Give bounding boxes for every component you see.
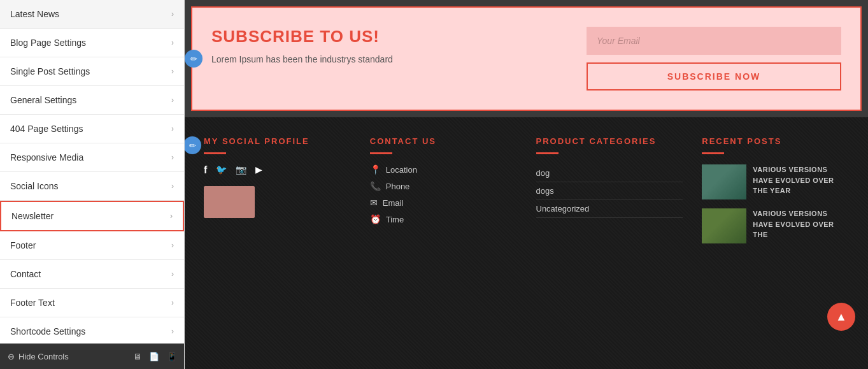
- newsletter-left: SUBSCRIBE TO US! Lorem Ipsum has been th…: [211, 27, 561, 64]
- content-area: ✏ SUBSCRIBE TO US! Lorem Ipsum has been …: [185, 0, 868, 369]
- pencil-icon: ✏: [190, 54, 197, 64]
- sidebar-item-blog-page-settings[interactable]: Blog Page Settings ›: [0, 29, 184, 57]
- newsletter-section: ✏ SUBSCRIBE TO US! Lorem Ipsum has been …: [191, 6, 862, 111]
- footer-pencil-icon: ✏: [189, 141, 196, 150]
- newsletter-edit-icon[interactable]: ✏: [185, 50, 203, 68]
- sidebar: Latest News › Blog Page Settings › Singl…: [0, 0, 185, 369]
- social-divider: [204, 152, 226, 154]
- footer-edit-icon[interactable]: ✏: [185, 136, 201, 154]
- recent-post-text: VARIOUS VERSIONS HAVE EVOLVED OVER THE Y…: [753, 164, 849, 196]
- social-profile-title: MY SOCIAL PROFILE: [204, 136, 351, 146]
- sidebar-item-latest-news[interactable]: Latest News ›: [0, 0, 184, 29]
- sidebar-item-label: 404 Page Settings: [10, 124, 83, 134]
- sidebar-item-newsletter[interactable]: Newsletter ›: [0, 201, 184, 231]
- recent-posts-list: VARIOUS VERSIONS HAVE EVOLVED OVER THE Y…: [702, 164, 849, 243]
- recent-post-thumbnail: [702, 208, 746, 243]
- chevron-icon: ›: [171, 327, 174, 336]
- contact-label: Email: [383, 198, 404, 208]
- contact-item-email: ✉ Email: [370, 198, 517, 208]
- contact-item-phone: 📞 Phone: [370, 181, 517, 191]
- contact-items: 📍 Location 📞 Phone ✉ Email ⏰ Time: [370, 164, 517, 224]
- product-list: dogdogsUncategorized: [536, 164, 683, 218]
- contact-icon-time: ⏰: [370, 214, 381, 224]
- tw-icon[interactable]: 🐦: [216, 164, 227, 176]
- chevron-icon: ›: [171, 298, 174, 307]
- chevron-icon: ›: [171, 153, 174, 162]
- newsletter-title: SUBSCRIBE TO US!: [211, 27, 561, 47]
- arrow-up-icon: ▲: [836, 310, 847, 324]
- social-icons-display: f 🐦 📷 ▶: [204, 164, 351, 176]
- contact-label: Phone: [386, 182, 410, 191]
- tablet-icon[interactable]: 📄: [149, 352, 159, 361]
- sidebar-item-shortcode-settings[interactable]: Shortcode Settings ›: [0, 317, 184, 346]
- subscribe-button[interactable]: SUBSCRIBE NOW: [587, 62, 841, 90]
- newsletter-description: Lorem Ipsum has been the industrys stand…: [211, 54, 561, 64]
- yt-icon[interactable]: ▶: [255, 164, 262, 176]
- product-list-item[interactable]: dog: [536, 164, 683, 182]
- sidebar-item-single-post-settings[interactable]: Single Post Settings ›: [0, 57, 184, 86]
- sidebar-item-general-settings[interactable]: General Settings ›: [0, 86, 184, 115]
- view-icons: 🖥 📄 📱: [133, 352, 177, 361]
- sidebar-item-label: Contact: [10, 269, 41, 279]
- contact-icon-location: 📍: [370, 164, 381, 175]
- hide-icon: ⊖: [8, 352, 15, 361]
- sidebar-item-label: Blog Page Settings: [10, 38, 86, 48]
- chevron-icon: ›: [171, 96, 174, 105]
- product-list-item[interactable]: dogs: [536, 182, 683, 200]
- contact-icon-email: ✉: [370, 198, 378, 208]
- newsletter-right: SUBSCRIBE NOW: [587, 27, 841, 90]
- sidebar-item-label: Shortcode Settings: [10, 326, 85, 336]
- contact-icon-phone: 📞: [370, 181, 381, 191]
- sidebar-item-label: General Settings: [10, 95, 76, 105]
- desktop-icon[interactable]: 🖥: [133, 352, 141, 361]
- products-divider: [536, 152, 559, 154]
- controls-bar: ⊖ Hide Controls 🖥 📄 📱: [0, 344, 185, 369]
- product-list-item[interactable]: Uncategorized: [536, 200, 683, 218]
- hide-controls-button[interactable]: ⊖ Hide Controls: [8, 352, 69, 361]
- mobile-icon[interactable]: 📱: [167, 352, 177, 361]
- footer-col-contact: CONTACT US 📍 Location 📞 Phone ✉ Email ⏰ …: [370, 136, 517, 356]
- chevron-icon: ›: [171, 241, 174, 250]
- email-input[interactable]: [587, 27, 841, 55]
- sidebar-item-label: Newsletter: [11, 211, 53, 221]
- footer-col-recent: RECENT POSTS VARIOUS VERSIONS HAVE EVOLV…: [702, 136, 849, 356]
- contact-label: Location: [386, 165, 417, 175]
- chevron-icon: ›: [171, 38, 174, 47]
- recent-posts-title: RECENT POSTS: [702, 136, 849, 146]
- footer-col-social: MY SOCIAL PROFILE  𝕏 ⊕ ▶ f 🐦 📷 ▶: [204, 136, 351, 356]
- sidebar-item-responsive-media[interactable]: Responsive Media ›: [0, 143, 184, 172]
- products-title: PRODUCT CATEGORIES: [536, 136, 683, 146]
- recent-post-item: VARIOUS VERSIONS HAVE EVOLVED OVER THE: [702, 208, 849, 243]
- recent-posts-divider: [702, 152, 724, 154]
- contact-item-location: 📍 Location: [370, 164, 517, 175]
- contact-divider: [370, 152, 392, 154]
- contact-label: Time: [386, 215, 404, 224]
- footer-col-products: PRODUCT CATEGORIES dogdogsUncategorized: [536, 136, 683, 356]
- ig-icon[interactable]: 📷: [236, 164, 246, 176]
- sidebar-item-label: Single Post Settings: [10, 66, 90, 76]
- social-image: [204, 186, 255, 218]
- sidebar-item-footer-text[interactable]: Footer Text ›: [0, 289, 184, 317]
- contact-item-time: ⏰ Time: [370, 214, 517, 224]
- chevron-icon: ›: [171, 10, 174, 18]
- chevron-icon: ›: [171, 182, 174, 191]
- chevron-icon: ›: [171, 270, 174, 279]
- chevron-icon: ›: [170, 212, 173, 221]
- recent-post-thumbnail: [702, 164, 746, 199]
- fb-icon[interactable]: f: [204, 164, 207, 176]
- sidebar-item-contact[interactable]: Contact ›: [0, 260, 184, 289]
- sidebar-item-404-page-settings[interactable]: 404 Page Settings ›: [0, 115, 184, 143]
- sidebar-item-footer[interactable]: Footer ›: [0, 231, 184, 260]
- chevron-icon: ›: [171, 67, 174, 76]
- sidebar-item-label: Social Icons: [10, 181, 58, 191]
- sidebar-item-social-icons[interactable]: Social Icons ›: [0, 172, 184, 201]
- hide-controls-label: Hide Controls: [18, 352, 69, 361]
- footer-section: ✏ MY SOCIAL PROFILE  𝕏 ⊕ ▶ f 🐦 📷 ▶: [185, 117, 868, 369]
- contact-title: CONTACT US: [370, 136, 517, 146]
- chevron-icon: ›: [171, 124, 174, 133]
- scroll-top-button[interactable]: ▲: [827, 303, 855, 331]
- recent-post-item: VARIOUS VERSIONS HAVE EVOLVED OVER THE Y…: [702, 164, 849, 199]
- sidebar-item-label: Footer: [10, 240, 36, 250]
- sidebar-item-label: Responsive Media: [10, 152, 83, 163]
- sidebar-item-label: Latest News: [10, 9, 59, 19]
